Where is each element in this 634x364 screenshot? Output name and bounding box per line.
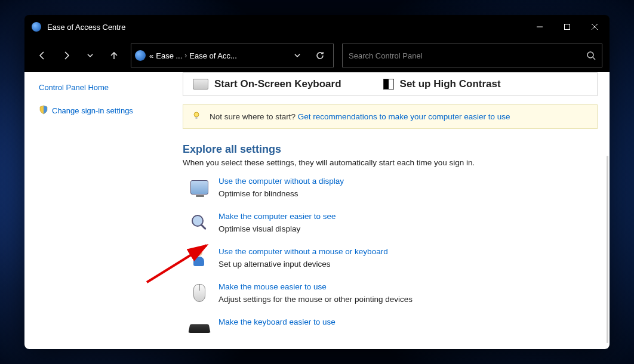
lightbulb-icon — [192, 111, 201, 122]
crumb-prefix: « — [149, 51, 153, 60]
qa-label: Set up High Contrast — [400, 78, 501, 90]
svg-point-5 — [587, 52, 593, 58]
setting-link[interactable]: Make the computer easier to see — [218, 212, 336, 221]
forward-button[interactable] — [56, 45, 77, 66]
svg-rect-1 — [565, 24, 570, 30]
address-icon — [135, 50, 146, 61]
section-subheading: When you select these settings, they wil… — [183, 158, 598, 167]
setting-mouse-easier: Make the mouse easier to use Adjust sett… — [183, 282, 598, 304]
contrast-icon — [383, 79, 394, 90]
app-icon — [32, 22, 41, 32]
section-heading: Explore all settings — [183, 143, 598, 156]
sidebar-link-home[interactable]: Control Panel Home — [39, 83, 173, 92]
setting-desc: Optimise for blindness — [218, 189, 298, 198]
monitor-icon — [189, 177, 210, 198]
svg-point-7 — [194, 112, 199, 117]
address-dropdown-button[interactable] — [288, 46, 307, 65]
keyboard-icon — [189, 317, 210, 339]
address-bar[interactable]: « Ease ... › Ease of Acc... — [131, 44, 334, 67]
setting-link[interactable]: Make the keyboard easier to use — [218, 317, 336, 326]
sidebar-link-label: Control Panel Home — [39, 83, 109, 92]
keyboard-icon — [193, 79, 208, 90]
search-input[interactable] — [349, 51, 586, 60]
setup-high-contrast-button[interactable]: Set up High Contrast — [383, 78, 501, 90]
navbar: « Ease ... › Ease of Acc... — [24, 39, 610, 72]
setting-without-mouse-keyboard: Use the computer without a mouse or keyb… — [183, 247, 598, 269]
setting-link[interactable]: Use the computer without a mouse or keyb… — [218, 247, 388, 256]
info-link[interactable]: Get recommendations to make your compute… — [298, 112, 510, 121]
setting-keyboard-easier: Make the keyboard easier to use — [183, 317, 598, 339]
crumb-segment[interactable]: Ease ... — [156, 51, 182, 60]
breadcrumb[interactable]: « Ease ... › Ease of Acc... — [149, 51, 284, 60]
crumb-segment[interactable]: Ease of Acc... — [189, 51, 237, 60]
info-bar: Not sure where to start? Get recommendat… — [183, 104, 598, 129]
search-bar[interactable] — [342, 44, 602, 67]
titlebar: Ease of Access Centre — [24, 15, 610, 39]
start-osk-button[interactable]: Start On-Screen Keyboard — [193, 78, 341, 90]
refresh-button[interactable] — [310, 46, 330, 65]
maximize-button[interactable] — [553, 15, 581, 39]
sidebar-link-label: Change sign-in settings — [52, 106, 133, 115]
quick-access-panel: Start On-Screen Keyboard Set up High Con… — [183, 72, 598, 96]
mouse-icon — [189, 282, 210, 304]
main-pane: Start On-Screen Keyboard Set up High Con… — [183, 72, 610, 349]
setting-desc: Set up alternative input devices — [218, 260, 331, 269]
close-button[interactable] — [581, 15, 608, 39]
minimize-button[interactable] — [526, 15, 553, 39]
setting-link[interactable]: Make the mouse easier to use — [218, 282, 413, 291]
setting-easier-to-see: Make the computer easier to see Optimise… — [183, 212, 598, 234]
sidebar-link-signin[interactable]: Change sign-in settings — [39, 105, 173, 116]
shield-icon — [39, 105, 48, 116]
sidebar: Control Panel Home Change sign-in settin… — [24, 72, 183, 349]
qa-label: Start On-Screen Keyboard — [214, 78, 341, 90]
window-title: Ease of Access Centre — [47, 23, 526, 32]
chevron-right-icon: › — [184, 51, 187, 60]
magnifier-icon — [189, 212, 210, 233]
setting-desc: Adjust settings for the mouse or other p… — [218, 295, 413, 304]
search-icon[interactable] — [586, 51, 596, 60]
back-button[interactable] — [32, 45, 53, 66]
svg-line-6 — [593, 57, 595, 60]
window: Ease of Access Centre — [24, 15, 610, 349]
setting-link[interactable]: Use the computer without a display — [218, 177, 344, 186]
recent-locations-button[interactable] — [79, 45, 101, 66]
setting-desc: Optimise visual display — [218, 224, 300, 233]
person-icon — [189, 247, 210, 269]
info-lead: Not sure where to start? — [210, 112, 298, 121]
scrollbar[interactable] — [607, 156, 608, 343]
svg-rect-8 — [196, 117, 198, 119]
setting-without-display: Use the computer without a display Optim… — [183, 177, 598, 199]
up-button[interactable] — [103, 45, 125, 66]
content-area: Control Panel Home Change sign-in settin… — [24, 72, 610, 349]
